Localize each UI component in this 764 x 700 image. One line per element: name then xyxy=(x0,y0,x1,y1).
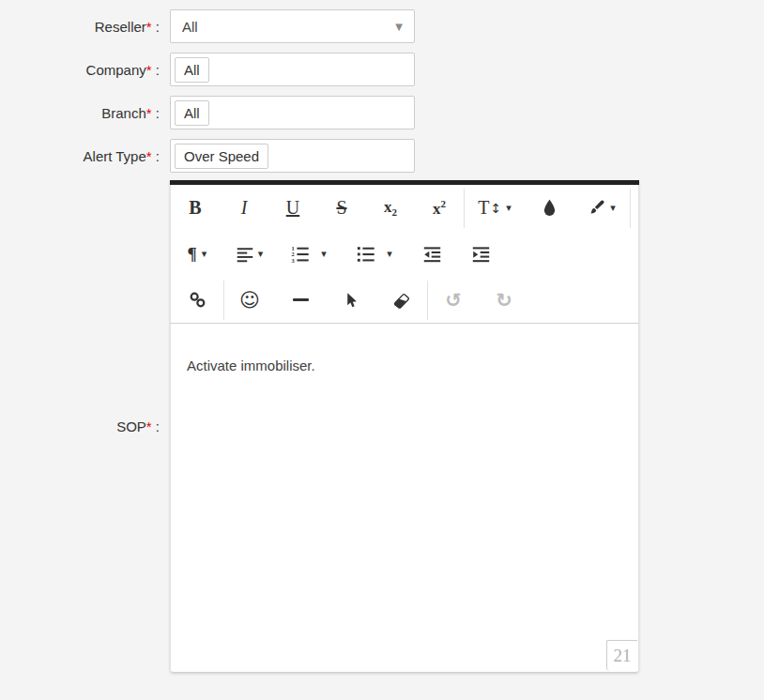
ordered-list-button[interactable]: 123 ▾ xyxy=(276,231,342,277)
company-label-text: Company xyxy=(86,62,146,78)
droplet-icon xyxy=(542,199,557,217)
caret-down-icon: ▾ xyxy=(258,248,264,260)
superscript-base: x xyxy=(433,199,441,217)
company-label: Company* : xyxy=(0,62,170,78)
branch-label: Branch* : xyxy=(0,105,170,121)
superscript-icon: x2 xyxy=(433,198,446,219)
alert-type-tag[interactable]: Over Speed xyxy=(175,144,268,169)
superscript-digit: 2 xyxy=(441,198,447,209)
alert-sop-form: Reseller* : All ▼ Company* : All Branch*… xyxy=(0,0,764,673)
toolbar-row-3: ☺ ↺ ↻ xyxy=(171,277,638,323)
sop-rich-text-editor: B I U S x2 x2 T↕▾ ▾ xyxy=(170,180,639,673)
sop-label: SOP* : xyxy=(0,418,170,434)
cursor-arrow-icon xyxy=(343,291,359,310)
strikethrough-icon: S xyxy=(336,197,346,219)
ordered-list-icon: 123 xyxy=(291,245,310,263)
subscript-base: x xyxy=(384,198,392,216)
company-tag[interactable]: All xyxy=(175,57,209,83)
up-down-arrows-icon: ↕ xyxy=(490,201,501,216)
label-colon: : xyxy=(152,418,160,434)
toolbar-row-2: ¶▾ ▾ 123 ▾ ▾ xyxy=(171,231,638,277)
font-size-button[interactable]: T↕▾ xyxy=(465,185,525,231)
reseller-label-text: Reseller xyxy=(95,19,146,35)
underline-icon: U xyxy=(286,197,299,219)
caret-down-icon: ▾ xyxy=(610,202,616,214)
redo-button[interactable]: ↻ xyxy=(479,277,529,323)
editor-paragraph: Activate immobiliser. xyxy=(187,358,622,375)
text-color-button[interactable] xyxy=(525,185,573,231)
branch-tag[interactable]: All xyxy=(175,100,209,126)
eraser-icon xyxy=(392,291,411,309)
form-row-company: Company* : All xyxy=(0,53,764,86)
label-colon: : xyxy=(152,105,160,121)
align-left-icon xyxy=(237,246,253,263)
undo-icon: ↺ xyxy=(445,289,462,312)
undo-button[interactable]: ↺ xyxy=(428,277,479,323)
editor-toolbar: B I U S x2 x2 T↕▾ ▾ xyxy=(170,185,639,324)
align-button[interactable]: ▾ xyxy=(223,231,276,277)
inline-style-button[interactable]: ▾ xyxy=(573,185,630,231)
italic-icon: I xyxy=(241,197,248,219)
toolbar-row-1: B I U S x2 x2 T↕▾ ▾ xyxy=(171,185,638,231)
paint-brush-icon xyxy=(588,199,605,217)
caret-down-icon: ▾ xyxy=(321,248,327,260)
alert-type-label-text: Alert Type xyxy=(84,148,146,164)
select-all-button[interactable] xyxy=(326,277,376,323)
chevron-down-icon: ▼ xyxy=(395,22,403,32)
smiley-icon: ☺ xyxy=(239,289,260,312)
form-row-reseller: Reseller* : All ▼ xyxy=(0,9,764,43)
sop-label-text: SOP xyxy=(116,418,146,434)
clear-formatting-button[interactable] xyxy=(376,277,427,323)
underline-button[interactable]: U xyxy=(268,185,317,231)
insert-link-button[interactable] xyxy=(171,277,223,323)
font-size-icon: T xyxy=(478,197,489,219)
subscript-button[interactable]: x2 xyxy=(366,185,415,231)
unordered-list-icon xyxy=(357,245,375,263)
branch-field[interactable]: All xyxy=(170,96,415,129)
emoticons-button[interactable]: ☺ xyxy=(224,277,275,323)
horizontal-rule-icon xyxy=(293,298,309,301)
indent-button[interactable] xyxy=(456,231,505,277)
reseller-label: Reseller* : xyxy=(0,19,170,35)
form-row-alert-type: Alert Type* : Over Speed xyxy=(0,139,764,173)
reseller-select[interactable]: All ▼ xyxy=(170,9,415,43)
form-row-branch: Branch* : All xyxy=(0,96,764,129)
unordered-list-button[interactable]: ▾ xyxy=(342,231,407,277)
branch-label-text: Branch xyxy=(101,105,146,121)
form-row-sop: SOP* : B I U S x2 x2 T↕▾ xyxy=(0,180,764,673)
company-field[interactable]: All xyxy=(170,53,415,86)
toolbar-separator xyxy=(630,189,631,228)
label-colon: : xyxy=(152,148,160,164)
label-colon: : xyxy=(152,62,160,78)
subscript-digit: 2 xyxy=(392,206,398,218)
subscript-icon: x2 xyxy=(384,198,397,218)
bold-icon: B xyxy=(189,197,201,219)
label-colon: : xyxy=(152,19,160,35)
bold-button[interactable]: B xyxy=(171,185,220,231)
alert-type-field[interactable]: Over Speed xyxy=(170,139,415,173)
horizontal-rule-button[interactable] xyxy=(275,277,326,323)
italic-button[interactable]: I xyxy=(220,185,268,231)
editor-content-area[interactable]: Activate immobiliser. 21 xyxy=(170,324,639,673)
caret-down-icon: ▾ xyxy=(506,202,512,214)
indent-icon xyxy=(472,245,490,263)
reseller-select-value: All xyxy=(182,19,198,35)
caret-down-icon: ▾ xyxy=(202,248,207,260)
redo-icon: ↻ xyxy=(496,289,512,312)
strikethrough-button[interactable]: S xyxy=(317,185,366,231)
paragraph-format-button[interactable]: ¶▾ xyxy=(171,231,223,277)
caret-down-icon: ▾ xyxy=(387,248,392,260)
char-counter: 21 xyxy=(606,640,637,671)
outdent-button[interactable] xyxy=(407,231,456,277)
outdent-icon xyxy=(423,245,441,263)
svg-text:3: 3 xyxy=(292,257,295,263)
alert-type-label: Alert Type* : xyxy=(0,148,170,164)
superscript-button[interactable]: x2 xyxy=(415,185,464,231)
pilcrow-icon: ¶ xyxy=(188,244,197,265)
link-icon xyxy=(189,291,206,309)
